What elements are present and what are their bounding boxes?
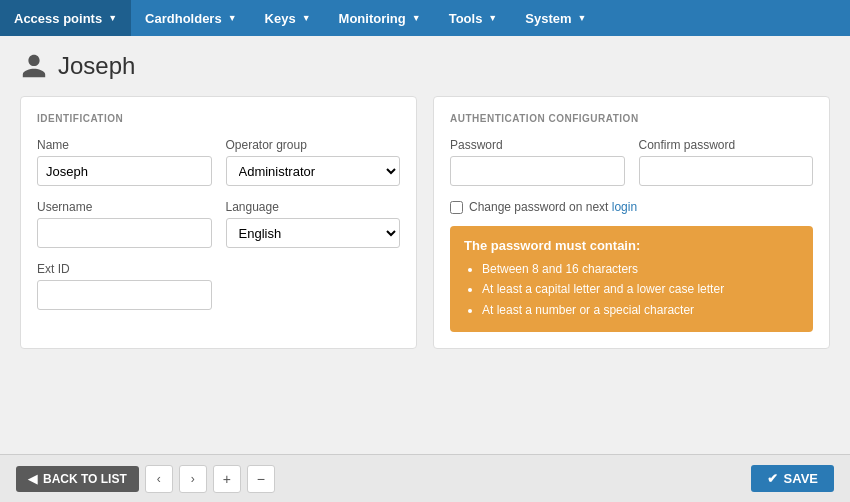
authentication-panel: AUTHENTICATION CONFIGURATION Password Co…	[433, 96, 830, 349]
user-icon	[20, 52, 48, 80]
bottom-left-controls: ◀ BACK TO LIST ‹ › + −	[16, 465, 275, 493]
change-password-checkbox[interactable]	[450, 201, 463, 214]
add-button[interactable]: +	[213, 465, 241, 493]
chevron-down-icon: ▼	[488, 13, 497, 23]
password-rule-2: At least a capital letter and a lower ca…	[482, 279, 799, 299]
back-arrow-icon: ◀	[28, 472, 37, 486]
nav-system[interactable]: System ▼	[511, 0, 600, 36]
chevron-down-icon: ▼	[578, 13, 587, 23]
change-password-row: Change password on next login	[450, 200, 813, 214]
chevron-down-icon: ▼	[412, 13, 421, 23]
password-group: Password	[450, 138, 625, 186]
change-password-label[interactable]: Change password on next login	[469, 200, 637, 214]
nav-monitoring[interactable]: Monitoring ▼	[325, 0, 435, 36]
password-info-title: The password must contain:	[464, 238, 799, 253]
navbar: Access points ▼ Cardholders ▼ Keys ▼ Mon…	[0, 0, 850, 36]
nav-access-points[interactable]: Access points ▼	[0, 0, 131, 36]
language-select[interactable]: English French Spanish German	[226, 218, 401, 248]
ext-id-input[interactable]	[37, 280, 212, 310]
operator-group-label: Operator group	[226, 138, 401, 152]
panels-row: IDENTIFICATION Name Operator group Admin…	[20, 96, 830, 349]
name-input[interactable]	[37, 156, 212, 186]
username-group-row: Username Language English French Spanish…	[37, 200, 400, 248]
confirm-password-group: Confirm password	[639, 138, 814, 186]
login-link[interactable]: login	[612, 200, 637, 214]
name-group: Name	[37, 138, 212, 186]
language-label: Language	[226, 200, 401, 214]
bottom-bar: ◀ BACK TO LIST ‹ › + − ✔ SAVE	[0, 454, 850, 502]
username-label: Username	[37, 200, 212, 214]
identification-title: IDENTIFICATION	[37, 113, 400, 124]
chevron-down-icon: ▼	[302, 13, 311, 23]
ext-id-row: Ext ID	[37, 262, 400, 310]
password-label: Password	[450, 138, 625, 152]
authentication-title: AUTHENTICATION CONFIGURATION	[450, 113, 813, 124]
chevron-left-icon: ‹	[157, 472, 161, 486]
prev-button[interactable]: ‹	[145, 465, 173, 493]
username-group: Username	[37, 200, 212, 248]
confirm-password-label: Confirm password	[639, 138, 814, 152]
name-group-row: Name Operator group Administrator Operat…	[37, 138, 400, 186]
password-info-box: The password must contain: Between 8 and…	[450, 226, 813, 332]
page-content: Joseph IDENTIFICATION Name Operator grou…	[0, 36, 850, 454]
page-title-row: Joseph	[20, 52, 830, 80]
confirm-password-input[interactable]	[639, 156, 814, 186]
next-button[interactable]: ›	[179, 465, 207, 493]
password-rules-list: Between 8 and 16 characters At least a c…	[482, 259, 799, 320]
page-title: Joseph	[58, 52, 135, 80]
chevron-down-icon: ▼	[228, 13, 237, 23]
language-group: Language English French Spanish German	[226, 200, 401, 248]
username-input[interactable]	[37, 218, 212, 248]
ext-id-label: Ext ID	[37, 262, 400, 276]
password-input[interactable]	[450, 156, 625, 186]
nav-keys[interactable]: Keys ▼	[251, 0, 325, 36]
plus-icon: +	[223, 471, 231, 487]
password-rule-3: At least a number or a special character	[482, 300, 799, 320]
chevron-down-icon: ▼	[108, 13, 117, 23]
name-label: Name	[37, 138, 212, 152]
ext-id-group: Ext ID	[37, 262, 400, 310]
nav-tools[interactable]: Tools ▼	[435, 0, 512, 36]
remove-button[interactable]: −	[247, 465, 275, 493]
minus-icon: −	[257, 471, 265, 487]
password-row: Password Confirm password	[450, 138, 813, 186]
checkmark-icon: ✔	[767, 471, 778, 486]
change-password-text: Change password on next	[469, 200, 612, 214]
save-button[interactable]: ✔ SAVE	[751, 465, 834, 492]
operator-group-select[interactable]: Administrator Operator Viewer	[226, 156, 401, 186]
nav-cardholders[interactable]: Cardholders ▼	[131, 0, 251, 36]
back-to-list-button[interactable]: ◀ BACK TO LIST	[16, 466, 139, 492]
operator-group: Operator group Administrator Operator Vi…	[226, 138, 401, 186]
password-rule-1: Between 8 and 16 characters	[482, 259, 799, 279]
identification-panel: IDENTIFICATION Name Operator group Admin…	[20, 96, 417, 349]
chevron-right-icon: ›	[191, 472, 195, 486]
